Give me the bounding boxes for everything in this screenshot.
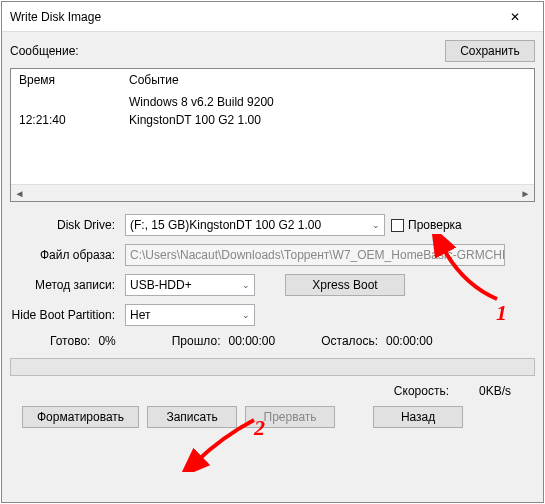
log-headers: Время Событие [11,69,534,91]
window-title: Write Disk Image [10,10,101,24]
status-ready: Готово: 0% [50,334,116,348]
annotation-number-1: 1 [496,300,507,326]
message-label: Сообщение: [10,44,79,58]
message-row: Сообщение: Сохранить [10,40,535,62]
log-listview[interactable]: Время Событие Windows 8 v6.2 Build 9200 … [10,68,535,202]
speed-row: Скорость: 0KB/s [10,376,535,406]
disk-drive-select[interactable]: (F:, 15 GB)KingstonDT 100 G2 1.00 ⌄ [125,214,385,236]
image-file-label: Файл образа: [10,248,125,262]
hide-boot-value: Нет [130,308,150,322]
write-method-value: USB-HDD+ [130,278,192,292]
row-hide-boot: Hide Boot Partition: Нет ⌄ [10,304,535,326]
status-row: Готово: 0% Прошло: 00:00:00 Осталось: 00… [10,334,535,348]
scroll-right-icon[interactable]: ► [517,185,534,202]
log-cell-time [19,95,129,109]
hide-boot-select[interactable]: Нет ⌄ [125,304,255,326]
speed-label: Скорость: [394,384,449,398]
elapsed-value: 00:00:00 [228,334,275,348]
status-remain: Осталось: 00:00:00 [321,334,432,348]
remain-value: 00:00:00 [386,334,433,348]
form-area: Disk Drive: (F:, 15 GB)KingstonDT 100 G2… [10,214,535,436]
bottom-buttons: Форматировать Записать Прервать Назад [10,406,535,436]
ready-label: Готово: [50,334,90,348]
row-disk-drive: Disk Drive: (F:, 15 GB)KingstonDT 100 G2… [10,214,535,236]
chevron-down-icon: ⌄ [372,220,380,230]
log-body: Windows 8 v6.2 Build 9200 12:21:40 Kings… [11,91,534,131]
chevron-down-icon: ⌄ [242,310,250,320]
log-row: 12:21:40 KingstonDT 100 G2 1.00 [19,111,526,129]
titlebar: Write Disk Image ✕ [2,2,543,32]
scroll-left-icon[interactable]: ◄ [11,185,28,202]
row-write-method: Метод записи: USB-HDD+ ⌄ Xpress Boot [10,274,535,296]
disk-drive-value: (F:, 15 GB)KingstonDT 100 G2 1.00 [130,218,321,232]
write-method-label: Метод записи: [10,278,125,292]
progress-bar [10,358,535,376]
save-button[interactable]: Сохранить [445,40,535,62]
log-cell-event: Windows 8 v6.2 Build 9200 [129,95,274,109]
column-header-time[interactable]: Время [19,73,129,87]
disk-drive-label: Disk Drive: [10,218,125,232]
verify-checkbox-wrap: Проверка [391,218,462,232]
close-icon: ✕ [510,10,520,24]
log-cell-time: 12:21:40 [19,113,129,127]
content-area: Сообщение: Сохранить Время Событие Windo… [2,32,543,444]
log-cell-event: KingstonDT 100 G2 1.00 [129,113,261,127]
elapsed-label: Прошло: [172,334,221,348]
write-method-select[interactable]: USB-HDD+ ⌄ [125,274,255,296]
chevron-down-icon: ⌄ [242,280,250,290]
status-elapsed: Прошло: 00:00:00 [172,334,275,348]
column-header-event[interactable]: Событие [129,73,179,87]
write-button[interactable]: Записать [147,406,237,428]
verify-label: Проверка [408,218,462,232]
hide-boot-label: Hide Boot Partition: [10,308,125,322]
row-image-file: Файл образа: C:\Users\Nacaut\Downloads\Т… [10,244,535,266]
verify-checkbox[interactable] [391,219,404,232]
remain-label: Осталось: [321,334,378,348]
format-button[interactable]: Форматировать [22,406,139,428]
back-button[interactable]: Назад [373,406,463,428]
annotation-number-2: 2 [254,415,265,441]
image-file-field[interactable]: C:\Users\Nacaut\Downloads\Торрент\W7_OEM… [125,244,505,266]
horizontal-scrollbar[interactable]: ◄ ► [11,184,534,201]
close-button[interactable]: ✕ [495,3,535,31]
ready-value: 0% [98,334,115,348]
xpress-boot-button[interactable]: Xpress Boot [285,274,405,296]
dialog-window: Write Disk Image ✕ Сообщение: Сохранить … [1,1,544,503]
log-row: Windows 8 v6.2 Build 9200 [19,93,526,111]
speed-value: 0KB/s [479,384,511,398]
